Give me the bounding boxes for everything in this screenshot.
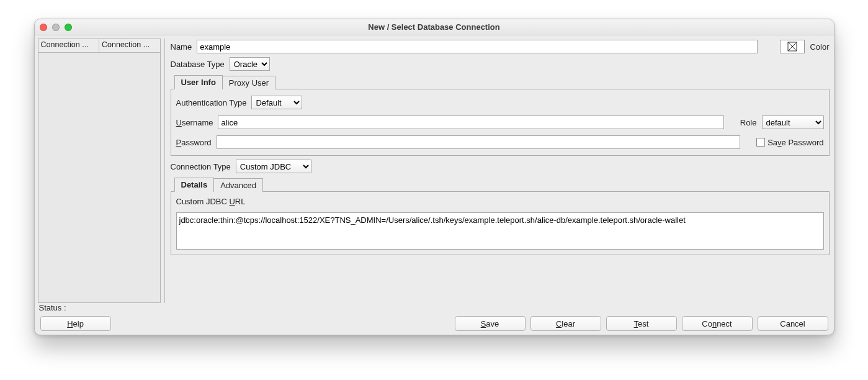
titlebar: New / Select Database Connection <box>35 19 834 35</box>
name-input[interactable] <box>197 40 758 53</box>
save-password-checkbox[interactable]: Save Password <box>756 138 823 147</box>
connections-list[interactable] <box>38 52 161 303</box>
sidebar-header: Connection ... Connection ... <box>38 38 161 52</box>
conn-type-select[interactable]: Custom JDBC <box>236 160 311 173</box>
help-button[interactable]: Help <box>40 316 111 331</box>
role-select[interactable]: default <box>762 115 824 129</box>
color-label: Color <box>810 42 829 52</box>
save-password-label: Save Password <box>767 138 823 147</box>
auth-type-select[interactable]: Default <box>251 96 302 109</box>
sidebar-divider[interactable] <box>164 38 167 303</box>
password-label: Password <box>176 138 212 147</box>
tab-details[interactable]: Details <box>174 178 215 192</box>
window-title: New / Select Database Connection <box>35 22 834 32</box>
tab-proxy-user[interactable]: Proxy User <box>222 76 275 89</box>
cancel-button[interactable]: Cancel <box>758 316 828 331</box>
dialog-window: New / Select Database Connection Connect… <box>34 19 834 335</box>
jdbc-url-label: Custom JDBC URL <box>176 197 824 206</box>
name-row: Name Color <box>171 40 830 53</box>
dbtype-row: Database Type Oracle <box>171 57 830 71</box>
test-button[interactable]: Test <box>606 316 677 331</box>
username-input[interactable] <box>218 115 723 129</box>
upper-area: Connection ... Connection ... Name <box>38 38 831 303</box>
connections-sidebar: Connection ... Connection ... <box>38 38 161 303</box>
status-label: Status : <box>38 303 831 312</box>
username-label: Username <box>176 118 213 127</box>
jdbc-url-input[interactable] <box>176 212 824 250</box>
sidebar-col-name[interactable]: Connection ... <box>38 39 99 52</box>
color-swatch[interactable] <box>780 40 805 53</box>
auth-type-row: Authentication Type Default <box>176 96 824 109</box>
conn-type-row: Connection Type Custom JDBC <box>171 160 830 173</box>
details-tabs: Details Advanced <box>171 177 830 192</box>
dialog-body: Connection ... Connection ... Name <box>35 35 834 335</box>
password-row: Password Save Password <box>176 135 824 149</box>
save-button[interactable]: Save <box>455 316 526 331</box>
tab-advanced[interactable]: Advanced <box>213 178 263 192</box>
right-buttons: Save Clear Test Connect Cancel <box>455 316 828 331</box>
password-input[interactable] <box>217 135 741 149</box>
details-panel: Custom JDBC URL <box>171 192 830 255</box>
role-label: Role <box>740 118 757 127</box>
user-tabs: User Info Proxy User <box>171 75 830 89</box>
username-row: Username Role default <box>176 115 824 129</box>
user-info-panel: Authentication Type Default Username Rol… <box>171 89 830 156</box>
color-reset-icon <box>787 42 797 52</box>
dbtype-label: Database Type <box>171 60 225 69</box>
conn-type-label: Connection Type <box>171 162 231 171</box>
user-tabs-container: User Info Proxy User Authentication Type… <box>171 75 830 156</box>
left-buttons: Help <box>40 316 111 331</box>
name-label: Name <box>171 42 192 52</box>
main-panel: Name Color Database Type <box>169 38 831 303</box>
dbtype-select[interactable]: Oracle <box>230 57 270 71</box>
tab-user-info[interactable]: User Info <box>174 75 223 89</box>
details-tabs-container: Details Advanced Custom JDBC URL <box>171 177 830 255</box>
checkbox-icon <box>756 138 765 147</box>
clear-button[interactable]: Clear <box>530 316 601 331</box>
sidebar-col-details[interactable]: Connection ... <box>99 39 160 52</box>
footer: Help Save Clear Test Connect Cancel <box>38 312 831 335</box>
auth-type-label: Authentication Type <box>176 98 247 107</box>
connect-button[interactable]: Connect <box>682 316 753 331</box>
